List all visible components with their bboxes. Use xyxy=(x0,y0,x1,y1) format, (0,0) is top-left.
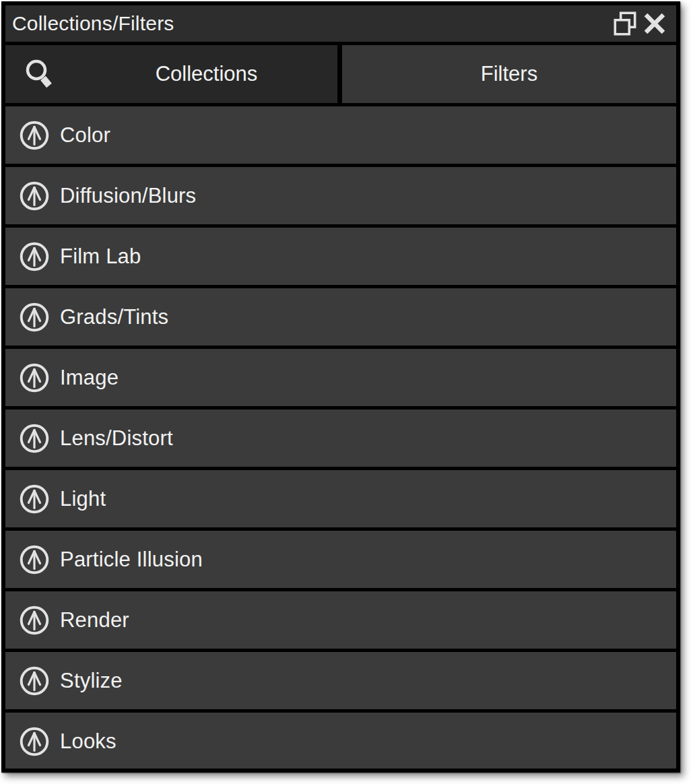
collection-item-label: Looks xyxy=(60,729,117,754)
tab-collections[interactable]: Collections xyxy=(5,45,337,103)
up-arrow-circle-icon xyxy=(19,726,50,757)
up-arrow-circle-icon xyxy=(19,181,50,211)
collection-item-label: Light xyxy=(60,487,106,511)
collection-item-label: Particle Illusion xyxy=(60,548,203,572)
collection-item-light[interactable]: Light xyxy=(5,470,676,527)
float-window-icon xyxy=(611,9,639,38)
close-icon xyxy=(641,10,668,37)
collection-item-label: Lens/Distort xyxy=(60,426,173,451)
collection-item-lens-distort[interactable]: Lens/Distort xyxy=(5,410,676,467)
collection-item-looks[interactable]: Looks xyxy=(5,713,676,769)
collection-item-stylize[interactable]: Stylize xyxy=(5,652,676,709)
tab-divider xyxy=(337,45,342,103)
up-arrow-circle-icon xyxy=(19,302,50,333)
titlebar: Collections/Filters xyxy=(5,5,676,42)
panel-title: Collections/Filters xyxy=(12,12,174,35)
collection-item-film-lab[interactable]: Film Lab xyxy=(5,228,676,285)
tab-filters[interactable]: Filters xyxy=(342,45,676,103)
collection-item-image[interactable]: Image xyxy=(5,349,676,406)
up-arrow-circle-icon xyxy=(19,484,50,515)
collection-item-label: Film Lab xyxy=(60,244,141,269)
search-button[interactable] xyxy=(5,56,75,92)
up-arrow-circle-icon xyxy=(19,423,50,454)
close-button[interactable] xyxy=(640,9,669,38)
up-arrow-circle-icon xyxy=(19,241,50,272)
collection-item-label: Diffusion/Blurs xyxy=(60,184,196,208)
up-arrow-circle-icon xyxy=(19,362,50,393)
up-arrow-circle-icon xyxy=(19,605,50,636)
up-arrow-circle-icon xyxy=(19,544,50,575)
tab-bar: Collections Filters xyxy=(5,45,676,103)
tab-filters-label: Filters xyxy=(481,62,537,86)
collection-item-diffusion-blurs[interactable]: Diffusion/Blurs xyxy=(5,167,676,224)
collection-item-grads-tints[interactable]: Grads/Tints xyxy=(5,288,676,346)
up-arrow-circle-icon xyxy=(19,665,50,696)
float-window-button[interactable] xyxy=(610,9,640,38)
collection-item-label: Image xyxy=(60,366,119,390)
collection-item-label: Color xyxy=(60,123,110,148)
collection-item-label: Grads/Tints xyxy=(60,305,168,329)
search-icon xyxy=(22,56,59,92)
collection-item-particle-illusion[interactable]: Particle Illusion xyxy=(5,531,676,588)
collection-item-color[interactable]: Color xyxy=(5,106,676,164)
collection-item-label: Stylize xyxy=(60,669,123,693)
collection-list: Color Diffusion/Blurs Film Lab xyxy=(5,106,676,769)
tab-collections-label: Collections xyxy=(75,62,337,86)
collection-item-render[interactable]: Render xyxy=(5,591,676,649)
collections-filters-panel: Collections/Filters Collections xyxy=(1,1,680,773)
collection-item-label: Render xyxy=(60,608,129,632)
up-arrow-circle-icon xyxy=(19,120,50,151)
